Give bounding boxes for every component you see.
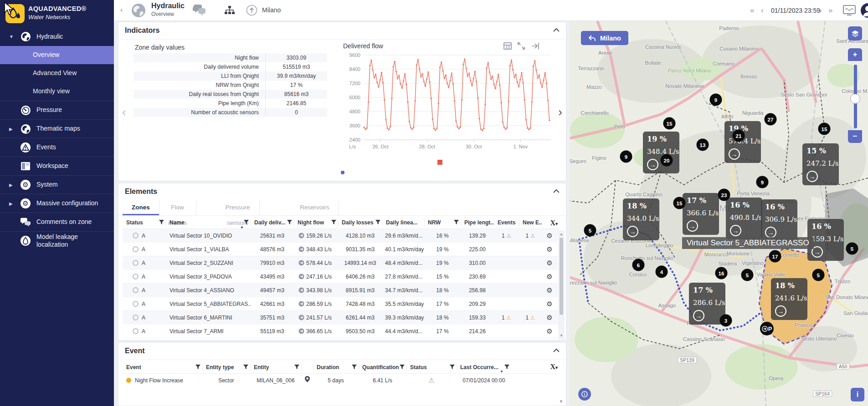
map-cluster-marker[interactable]: 9: [620, 151, 632, 163]
elements-collapse-icon[interactable]: [553, 189, 560, 193]
zone-up-icon[interactable]: [246, 5, 257, 16]
map-cluster-marker[interactable]: 15: [818, 123, 831, 135]
excel-export-icon[interactable]: X▾: [550, 219, 558, 227]
table-row[interactable]: AVirtual Sector 1_VIALBA48576 m3348.43 L…: [123, 243, 558, 256]
event-column-pin[interactable]: [301, 361, 313, 374]
column-header-daily[interactable]: Daily deliv...: [251, 216, 294, 229]
sidebar-item-events[interactable]: Events: [0, 138, 114, 157]
row-radio[interactable]: [133, 274, 139, 279]
map-cluster-marker[interactable]: 5: [584, 224, 596, 237]
indicators-collapse-icon[interactable]: [553, 28, 560, 32]
date-picker[interactable]: 01/11/2023 23:59: [771, 7, 820, 14]
map-zoom-in-button[interactable]: +: [848, 48, 862, 61]
carousel-dot[interactable]: [341, 171, 344, 174]
event-row[interactable]: Night Flow IncreaseSectorMILAN_06_0065 d…: [123, 374, 558, 387]
date-last-button[interactable]: »: [828, 6, 832, 15]
zone-open-arrow-button[interactable]: →: [775, 305, 786, 317]
zone-open-arrow-button[interactable]: →: [765, 227, 776, 238]
map-cluster-marker[interactable]: 13: [697, 139, 709, 151]
sidebar-item-monthly-view[interactable]: Monthly view: [0, 82, 114, 101]
zone-open-arrow-button[interactable]: →: [627, 226, 638, 237]
date-prev-button[interactable]: ‹: [761, 6, 764, 15]
map-panel[interactable]: PadernoCassina NuovaSant'AlessandroCusan…: [570, 21, 868, 406]
map-cluster-marker[interactable]: 4: [656, 266, 668, 278]
chart-expand-icon[interactable]: [517, 42, 525, 50]
table-row[interactable]: AVirtual Sector 4_ASSIANO49457 m3343.98 …: [123, 284, 558, 297]
column-header-nrw[interactable]: NRW: [424, 216, 461, 229]
event-column-quantification[interactable]: Quantification: [359, 361, 406, 374]
delivered-flow-chart[interactable]: 240036004800600072008400960026. Oct28. O…: [343, 51, 556, 156]
map-cluster-marker[interactable]: 16: [715, 267, 728, 279]
carousel-next-button[interactable]: ›: [558, 105, 562, 119]
tab-flow-meters[interactable]: Flow meters: [159, 200, 196, 215]
sidebar-item-thematic-maps[interactable]: ▶Thematic maps: [0, 119, 114, 138]
map-zoom-out-button[interactable]: −: [848, 130, 862, 143]
map-cluster-marker[interactable]: 5: [812, 269, 825, 281]
row-settings-icon[interactable]: ⚙: [546, 327, 552, 335]
chart-table-icon[interactable]: [503, 42, 512, 50]
event-column-last[interactable]: Last Occurre...▼: [457, 361, 511, 374]
zone-open-arrow-button[interactable]: →: [647, 159, 658, 170]
map-zoom-slider-handle[interactable]: [850, 94, 860, 104]
column-header-name[interactable]: Name▲: [166, 216, 251, 229]
tab-pressure-sensors[interactable]: Pressure sensors: [216, 200, 260, 215]
map-cluster-marker[interactable]: 5: [741, 269, 754, 281]
table-row[interactable]: AVirtual Sector 6_MARTINI35751 m3241.57 …: [123, 311, 558, 325]
tab-reservoirs[interactable]: Reservoirs: [291, 200, 339, 215]
map-layers-button[interactable]: [848, 26, 862, 41]
caret-right-icon[interactable]: ▶: [9, 201, 13, 206]
row-radio[interactable]: [133, 233, 139, 239]
table-row[interactable]: AVirtual Sector 7_ARMI55119 m3366.65 L/s…: [123, 325, 558, 338]
table-row[interactable]: AVirtual Sector 2_SUZZANI79910 m3578.44 …: [123, 256, 558, 270]
column-header-new[interactable]: New E...: [519, 216, 542, 229]
event-collapse-icon[interactable]: [553, 348, 560, 352]
chart-export-icon[interactable]: [531, 42, 539, 50]
column-header-pipe[interactable]: Pipe lengt...: [461, 216, 494, 229]
row-radio[interactable]: [133, 315, 139, 320]
row-settings-icon[interactable]: ⚙: [546, 286, 552, 294]
location-pin-icon[interactable]: [305, 376, 310, 382]
map-cluster-marker[interactable]: 5: [846, 243, 858, 255]
sidebar-item-workspace[interactable]: Workspace: [0, 157, 114, 175]
table-row[interactable]: AVirtual Sector 5_ABBIATEGRAS...42661 m3…: [123, 297, 558, 311]
table-row[interactable]: AVirtual Sector 3_PADOVA43495 m3247.16 L…: [123, 270, 558, 284]
tab-zones[interactable]: Zones: [123, 200, 159, 215]
date-next-button[interactable]: ›: [819, 6, 822, 15]
sidebar-item-overview[interactable]: Overview: [0, 46, 114, 64]
zone-open-arrow-button[interactable]: →: [730, 225, 741, 236]
user-avatar[interactable]: [860, 3, 868, 18]
sidebar-item-model-leakage-localization[interactable]: Model leakage localization: [0, 231, 114, 250]
row-settings-icon[interactable]: ⚙: [546, 314, 552, 321]
map-cluster-marker[interactable]: 21: [733, 130, 745, 142]
comments-icon[interactable]: [193, 5, 206, 16]
caret-right-icon[interactable]: ▶: [9, 183, 13, 188]
event-column-status[interactable]: Status: [406, 361, 457, 374]
sidebar-item-comments-on-zone[interactable]: Comments on zone: [0, 213, 114, 231]
row-settings-icon[interactable]: ⚙: [546, 273, 552, 280]
date-first-button[interactable]: «: [750, 6, 754, 15]
column-header-losses[interactable]: Daily losses: [338, 216, 382, 229]
event-column-duration[interactable]: Duration: [313, 361, 359, 374]
column-header-night[interactable]: Night flow: [294, 216, 338, 229]
row-settings-icon[interactable]: ⚙: [546, 300, 552, 308]
row-settings-icon[interactable]: ⚙: [546, 232, 552, 239]
row-radio[interactable]: [133, 287, 139, 293]
event-column-entity[interactable]: Entity: [250, 361, 301, 374]
row-radio[interactable]: [133, 260, 139, 266]
zone-open-arrow-button[interactable]: →: [687, 220, 698, 232]
map-cluster-marker[interactable]: 9: [710, 94, 722, 106]
event-column-event[interactable]: Event: [123, 361, 202, 374]
selected-sector-label[interactable]: Virtual Sector 5_ABBIATEGRASSO: [682, 237, 814, 249]
column-header-status[interactable]: Status: [123, 216, 166, 229]
map-cluster-marker[interactable]: 20: [661, 154, 673, 167]
back-chevron[interactable]: ‹: [120, 5, 123, 15]
map-cluster-marker[interactable]: 9: [756, 176, 769, 188]
sidebar-item-hydraulic[interactable]: ▼Hydraulic: [0, 27, 114, 46]
column-header-events[interactable]: Events: [494, 216, 519, 229]
zone-open-arrow-button[interactable]: →: [806, 171, 818, 182]
chart-range-handle[interactable]: [437, 160, 442, 165]
map-cluster-marker[interactable]: 17: [769, 250, 781, 263]
event-column-entity_type[interactable]: Entity type: [202, 361, 250, 374]
carousel-prev-button[interactable]: ‹: [122, 105, 126, 119]
event-scroll-down-icon[interactable]: ▼: [559, 399, 563, 404]
